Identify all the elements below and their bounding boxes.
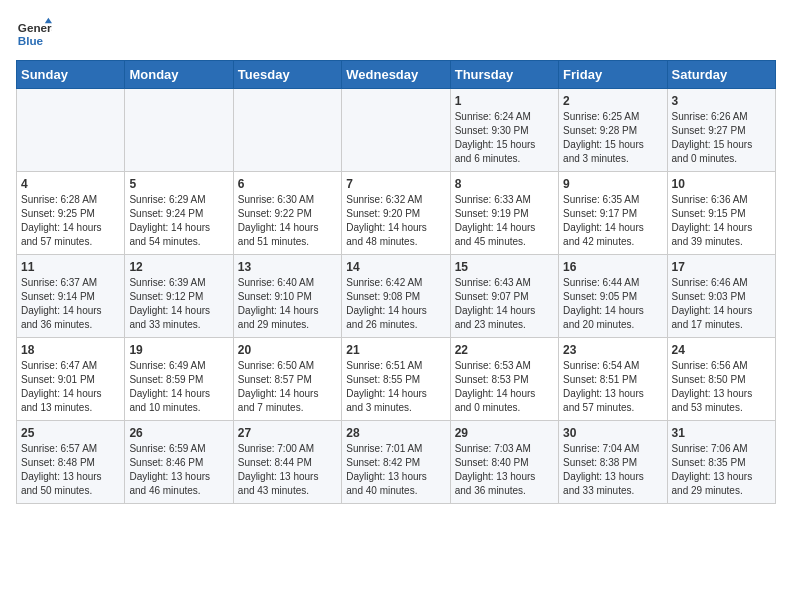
- day-number: 7: [346, 177, 445, 191]
- calendar-cell: 7Sunrise: 6:32 AM Sunset: 9:20 PM Daylig…: [342, 172, 450, 255]
- column-header-wednesday: Wednesday: [342, 61, 450, 89]
- calendar-cell: 17Sunrise: 6:46 AM Sunset: 9:03 PM Dayli…: [667, 255, 775, 338]
- day-info: Sunrise: 6:57 AM Sunset: 8:48 PM Dayligh…: [21, 442, 120, 498]
- day-info: Sunrise: 6:50 AM Sunset: 8:57 PM Dayligh…: [238, 359, 337, 415]
- calendar-cell: 1Sunrise: 6:24 AM Sunset: 9:30 PM Daylig…: [450, 89, 558, 172]
- day-number: 29: [455, 426, 554, 440]
- calendar-cell: 13Sunrise: 6:40 AM Sunset: 9:10 PM Dayli…: [233, 255, 341, 338]
- day-info: Sunrise: 6:49 AM Sunset: 8:59 PM Dayligh…: [129, 359, 228, 415]
- day-number: 14: [346, 260, 445, 274]
- column-header-saturday: Saturday: [667, 61, 775, 89]
- calendar-cell: [342, 89, 450, 172]
- column-header-monday: Monday: [125, 61, 233, 89]
- calendar-cell: [233, 89, 341, 172]
- day-info: Sunrise: 6:33 AM Sunset: 9:19 PM Dayligh…: [455, 193, 554, 249]
- day-number: 10: [672, 177, 771, 191]
- day-number: 9: [563, 177, 662, 191]
- day-info: Sunrise: 6:32 AM Sunset: 9:20 PM Dayligh…: [346, 193, 445, 249]
- day-number: 28: [346, 426, 445, 440]
- day-number: 1: [455, 94, 554, 108]
- calendar-cell: 20Sunrise: 6:50 AM Sunset: 8:57 PM Dayli…: [233, 338, 341, 421]
- day-info: Sunrise: 6:43 AM Sunset: 9:07 PM Dayligh…: [455, 276, 554, 332]
- day-number: 31: [672, 426, 771, 440]
- calendar-cell: 24Sunrise: 6:56 AM Sunset: 8:50 PM Dayli…: [667, 338, 775, 421]
- day-number: 20: [238, 343, 337, 357]
- day-info: Sunrise: 7:00 AM Sunset: 8:44 PM Dayligh…: [238, 442, 337, 498]
- day-info: Sunrise: 6:36 AM Sunset: 9:15 PM Dayligh…: [672, 193, 771, 249]
- calendar-cell: 2Sunrise: 6:25 AM Sunset: 9:28 PM Daylig…: [559, 89, 667, 172]
- calendar-cell: 30Sunrise: 7:04 AM Sunset: 8:38 PM Dayli…: [559, 421, 667, 504]
- day-number: 24: [672, 343, 771, 357]
- day-info: Sunrise: 6:47 AM Sunset: 9:01 PM Dayligh…: [21, 359, 120, 415]
- calendar-cell: 4Sunrise: 6:28 AM Sunset: 9:25 PM Daylig…: [17, 172, 125, 255]
- day-number: 13: [238, 260, 337, 274]
- calendar-cell: [125, 89, 233, 172]
- column-header-sunday: Sunday: [17, 61, 125, 89]
- day-info: Sunrise: 7:03 AM Sunset: 8:40 PM Dayligh…: [455, 442, 554, 498]
- day-info: Sunrise: 6:40 AM Sunset: 9:10 PM Dayligh…: [238, 276, 337, 332]
- day-number: 11: [21, 260, 120, 274]
- day-info: Sunrise: 6:25 AM Sunset: 9:28 PM Dayligh…: [563, 110, 662, 166]
- column-header-thursday: Thursday: [450, 61, 558, 89]
- calendar-week-row: 1Sunrise: 6:24 AM Sunset: 9:30 PM Daylig…: [17, 89, 776, 172]
- day-info: Sunrise: 6:35 AM Sunset: 9:17 PM Dayligh…: [563, 193, 662, 249]
- header: General Blue: [16, 16, 776, 52]
- day-info: Sunrise: 6:54 AM Sunset: 8:51 PM Dayligh…: [563, 359, 662, 415]
- day-number: 15: [455, 260, 554, 274]
- day-number: 27: [238, 426, 337, 440]
- calendar-cell: 11Sunrise: 6:37 AM Sunset: 9:14 PM Dayli…: [17, 255, 125, 338]
- column-header-friday: Friday: [559, 61, 667, 89]
- day-info: Sunrise: 6:28 AM Sunset: 9:25 PM Dayligh…: [21, 193, 120, 249]
- calendar-cell: 26Sunrise: 6:59 AM Sunset: 8:46 PM Dayli…: [125, 421, 233, 504]
- day-info: Sunrise: 6:56 AM Sunset: 8:50 PM Dayligh…: [672, 359, 771, 415]
- day-number: 26: [129, 426, 228, 440]
- day-info: Sunrise: 6:42 AM Sunset: 9:08 PM Dayligh…: [346, 276, 445, 332]
- day-info: Sunrise: 7:06 AM Sunset: 8:35 PM Dayligh…: [672, 442, 771, 498]
- day-info: Sunrise: 7:04 AM Sunset: 8:38 PM Dayligh…: [563, 442, 662, 498]
- day-number: 25: [21, 426, 120, 440]
- day-number: 19: [129, 343, 228, 357]
- day-info: Sunrise: 6:53 AM Sunset: 8:53 PM Dayligh…: [455, 359, 554, 415]
- day-number: 4: [21, 177, 120, 191]
- day-info: Sunrise: 7:01 AM Sunset: 8:42 PM Dayligh…: [346, 442, 445, 498]
- day-number: 3: [672, 94, 771, 108]
- calendar-cell: 16Sunrise: 6:44 AM Sunset: 9:05 PM Dayli…: [559, 255, 667, 338]
- day-number: 12: [129, 260, 228, 274]
- calendar-cell: 31Sunrise: 7:06 AM Sunset: 8:35 PM Dayli…: [667, 421, 775, 504]
- calendar-cell: 12Sunrise: 6:39 AM Sunset: 9:12 PM Dayli…: [125, 255, 233, 338]
- day-number: 22: [455, 343, 554, 357]
- calendar-cell: 10Sunrise: 6:36 AM Sunset: 9:15 PM Dayli…: [667, 172, 775, 255]
- logo: General Blue: [16, 16, 52, 52]
- day-info: Sunrise: 6:37 AM Sunset: 9:14 PM Dayligh…: [21, 276, 120, 332]
- calendar-week-row: 25Sunrise: 6:57 AM Sunset: 8:48 PM Dayli…: [17, 421, 776, 504]
- day-number: 2: [563, 94, 662, 108]
- day-info: Sunrise: 6:24 AM Sunset: 9:30 PM Dayligh…: [455, 110, 554, 166]
- calendar-cell: 18Sunrise: 6:47 AM Sunset: 9:01 PM Dayli…: [17, 338, 125, 421]
- calendar-week-row: 18Sunrise: 6:47 AM Sunset: 9:01 PM Dayli…: [17, 338, 776, 421]
- calendar-cell: 9Sunrise: 6:35 AM Sunset: 9:17 PM Daylig…: [559, 172, 667, 255]
- day-number: 23: [563, 343, 662, 357]
- calendar-week-row: 4Sunrise: 6:28 AM Sunset: 9:25 PM Daylig…: [17, 172, 776, 255]
- calendar-cell: 3Sunrise: 6:26 AM Sunset: 9:27 PM Daylig…: [667, 89, 775, 172]
- svg-text:Blue: Blue: [18, 34, 44, 47]
- day-info: Sunrise: 6:26 AM Sunset: 9:27 PM Dayligh…: [672, 110, 771, 166]
- calendar-cell: 28Sunrise: 7:01 AM Sunset: 8:42 PM Dayli…: [342, 421, 450, 504]
- column-header-tuesday: Tuesday: [233, 61, 341, 89]
- calendar-cell: 25Sunrise: 6:57 AM Sunset: 8:48 PM Dayli…: [17, 421, 125, 504]
- day-info: Sunrise: 6:29 AM Sunset: 9:24 PM Dayligh…: [129, 193, 228, 249]
- calendar-cell: 19Sunrise: 6:49 AM Sunset: 8:59 PM Dayli…: [125, 338, 233, 421]
- calendar-cell: [17, 89, 125, 172]
- day-info: Sunrise: 6:59 AM Sunset: 8:46 PM Dayligh…: [129, 442, 228, 498]
- logo-icon: General Blue: [16, 16, 52, 52]
- day-number: 5: [129, 177, 228, 191]
- day-info: Sunrise: 6:30 AM Sunset: 9:22 PM Dayligh…: [238, 193, 337, 249]
- calendar-cell: 23Sunrise: 6:54 AM Sunset: 8:51 PM Dayli…: [559, 338, 667, 421]
- calendar-cell: 8Sunrise: 6:33 AM Sunset: 9:19 PM Daylig…: [450, 172, 558, 255]
- day-number: 30: [563, 426, 662, 440]
- day-number: 18: [21, 343, 120, 357]
- calendar-cell: 14Sunrise: 6:42 AM Sunset: 9:08 PM Dayli…: [342, 255, 450, 338]
- calendar-table: SundayMondayTuesdayWednesdayThursdayFrid…: [16, 60, 776, 504]
- calendar-week-row: 11Sunrise: 6:37 AM Sunset: 9:14 PM Dayli…: [17, 255, 776, 338]
- day-info: Sunrise: 6:46 AM Sunset: 9:03 PM Dayligh…: [672, 276, 771, 332]
- day-number: 16: [563, 260, 662, 274]
